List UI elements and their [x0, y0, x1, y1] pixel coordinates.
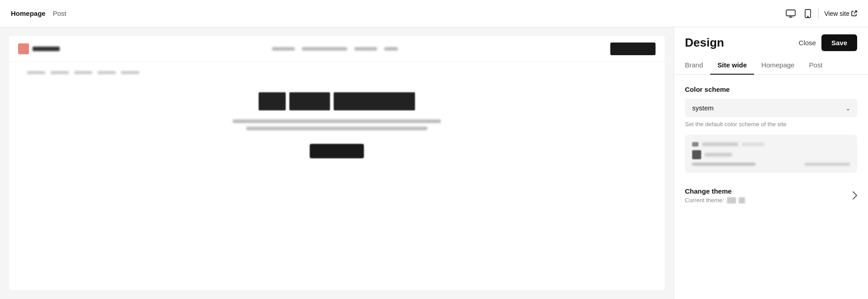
preview-nav-item — [354, 47, 377, 51]
panel-title: Design — [685, 36, 724, 50]
color-scheme-select-wrapper: system light dark ⌄ — [685, 99, 857, 117]
preview-nav — [272, 47, 398, 51]
color-preview-row — [692, 163, 850, 166]
preview-desc-line — [246, 127, 427, 130]
preview-sub-nav-item — [121, 71, 139, 74]
external-link-icon — [851, 10, 857, 16]
preview-nav-item — [272, 47, 295, 51]
svg-point-4 — [807, 16, 808, 17]
top-bar-nav: Homepage Post — [11, 8, 66, 19]
chevron-right-icon — [853, 191, 857, 199]
preview-logo-square — [18, 43, 29, 54]
preview-logo — [18, 43, 60, 54]
view-site-label: View site — [824, 10, 849, 17]
preview-sub-nav-item — [74, 71, 92, 74]
right-panel: Design Close Save Brand Site wide Homepa… — [674, 27, 868, 299]
preview-sub-nav-item — [98, 71, 116, 74]
preview-frame — [9, 36, 665, 290]
desktop-icon — [786, 9, 796, 18]
preview-nav-item — [302, 47, 347, 51]
change-theme-info: Change theme Current theme: — [685, 187, 745, 204]
preview-action-button — [310, 144, 364, 158]
divider — [818, 8, 819, 19]
preview-body — [9, 62, 665, 167]
change-theme-title: Change theme — [685, 187, 745, 195]
mobile-icon — [805, 9, 811, 18]
desktop-view-button[interactable] — [784, 8, 797, 19]
top-bar: Homepage Post View site — [0, 0, 868, 27]
color-preview-row — [692, 150, 850, 159]
preview-sub-nav-item — [27, 71, 45, 74]
color-swatch — [692, 142, 698, 147]
panel-content: Color scheme system light dark ⌄ Set the… — [674, 75, 868, 299]
save-button[interactable]: Save — [821, 34, 857, 51]
view-site-button[interactable]: View site — [824, 10, 857, 17]
top-bar-controls: View site — [784, 7, 857, 20]
preview-site-header — [9, 36, 665, 62]
nav-post[interactable]: Post — [53, 8, 66, 19]
color-preview-bar — [742, 142, 764, 146]
theme-thumbnail-1 — [727, 197, 736, 204]
right-panel-header: Design Close Save — [674, 27, 868, 51]
tab-homepage[interactable]: Homepage — [754, 57, 802, 74]
color-swatch — [692, 150, 701, 159]
color-preview-row — [692, 142, 850, 147]
color-preview-bar — [702, 142, 738, 146]
preview-sub-nav — [27, 71, 646, 74]
preview-title-block — [334, 92, 415, 110]
design-tabs: Brand Site wide Homepage Post — [674, 51, 868, 75]
color-scheme-label: Color scheme — [685, 85, 857, 93]
preview-title-block — [259, 92, 286, 110]
main-content: Design Close Save Brand Site wide Homepa… — [0, 27, 868, 299]
preview-nav-item — [384, 47, 398, 51]
tab-brand[interactable]: Brand — [685, 57, 710, 74]
mobile-view-button[interactable] — [803, 7, 813, 20]
change-theme-row: Change theme Current theme: — [685, 182, 857, 209]
close-button[interactable]: Close — [799, 39, 816, 47]
color-preview-box — [685, 135, 857, 173]
preview-actions — [27, 144, 646, 158]
svg-rect-0 — [786, 10, 795, 16]
color-scheme-helper: Set the default color scheme of the site — [685, 121, 857, 128]
preview-cta-button — [610, 43, 656, 55]
preview-description — [27, 119, 646, 130]
color-preview-small-bar — [805, 163, 850, 166]
preview-sub-nav-item — [51, 71, 69, 74]
color-preview-small-bar — [692, 163, 755, 166]
tab-site-wide[interactable]: Site wide — [710, 57, 754, 74]
current-theme-prefix: Current theme: — [685, 197, 724, 204]
preview-logo-text — [33, 47, 60, 51]
color-scheme-select[interactable]: system light dark — [685, 99, 857, 117]
preview-desc-line — [233, 119, 441, 123]
preview-area — [0, 27, 674, 299]
preview-title-block — [289, 92, 330, 110]
panel-actions: Close Save — [799, 34, 857, 51]
theme-thumbnail-2 — [739, 197, 745, 204]
change-theme-subtitle: Current theme: — [685, 197, 745, 204]
preview-hero-title — [27, 92, 646, 110]
nav-homepage[interactable]: Homepage — [11, 8, 46, 19]
tab-post[interactable]: Post — [802, 57, 830, 74]
change-theme-button[interactable] — [853, 191, 857, 199]
color-preview-bar — [705, 153, 732, 157]
